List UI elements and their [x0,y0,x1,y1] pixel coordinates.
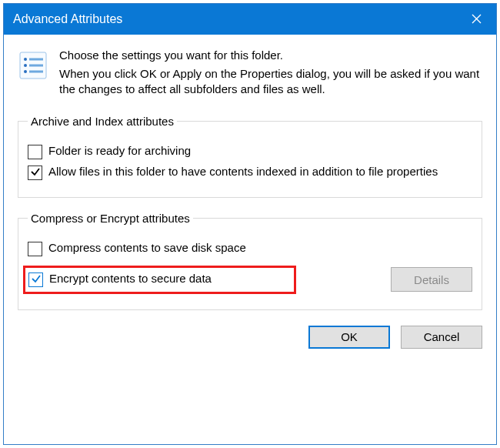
details-button: Details [391,267,472,292]
ok-button[interactable]: OK [308,326,390,349]
dialog-window: Advanced Attributes Choose the [3,3,497,445]
encrypt-details-row: Encrypt contents to secure data Details [28,261,472,299]
titlebar: Advanced Attributes [4,4,496,35]
encrypt-checkbox-row[interactable]: Encrypt contents to secure data [23,266,296,294]
intro-line1: Choose the settings you want for this fo… [59,48,482,62]
intro-line2: When you click OK or Apply on the Proper… [59,66,482,98]
titlebar-title: Advanced Attributes [13,12,122,26]
index-checkbox[interactable] [28,165,42,180]
svg-rect-6 [29,71,43,73]
svg-rect-2 [29,59,43,61]
archive-checkbox-row[interactable]: Folder is ready for archiving [28,143,472,159]
intro-section: Choose the settings you want for this fo… [18,48,482,98]
dialog-footer: OK Cancel [18,321,482,349]
archive-checkbox-label: Folder is ready for archiving [48,143,472,159]
svg-rect-4 [29,65,43,67]
checkmark-icon [30,166,41,179]
compress-checkbox[interactable] [28,242,42,256]
dialog-content: Choose the settings you want for this fo… [4,35,496,444]
encrypt-checkbox[interactable] [28,272,43,287]
archive-index-legend: Archive and Index attributes [28,115,177,128]
encrypt-checkbox-label: Encrypt contents to secure data [49,271,289,286]
svg-point-3 [24,64,27,67]
compress-checkbox-row[interactable]: Compress contents to save disk space [28,240,472,256]
attributes-icon [18,50,48,81]
index-checkbox-label: Allow files in this folder to have conte… [48,164,472,179]
index-checkbox-row[interactable]: Allow files in this folder to have conte… [28,164,472,180]
close-icon [472,13,482,26]
compress-encrypt-legend: Compress or Encrypt attributes [28,212,193,225]
close-button[interactable] [456,4,496,35]
svg-point-5 [24,70,27,73]
checkmark-icon [31,273,42,286]
intro-text: Choose the settings you want for this fo… [59,48,482,98]
archive-checkbox[interactable] [28,145,42,159]
compress-encrypt-group: Compress or Encrypt attributes Compress … [18,212,482,310]
archive-index-group: Archive and Index attributes Folder is r… [18,115,482,198]
compress-checkbox-label: Compress contents to save disk space [48,240,472,256]
svg-point-1 [24,58,27,61]
cancel-button[interactable]: Cancel [401,326,482,349]
